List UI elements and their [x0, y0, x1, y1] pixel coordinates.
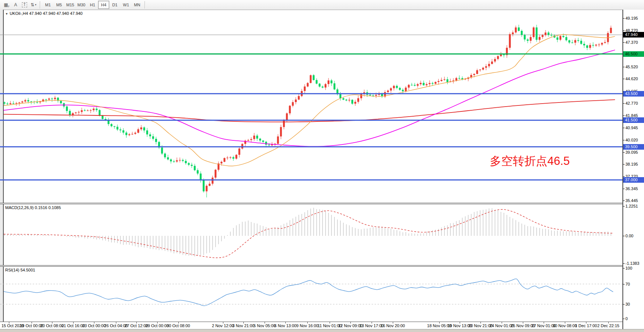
timeframe-button-m1[interactable]: M1 [42, 1, 54, 9]
price-tick-45.520: 45.520 [625, 64, 638, 69]
price-tick-36.345: 36.345 [625, 186, 638, 191]
price-tick-44.620: 44.620 [625, 76, 638, 81]
date-tick-label: 24 Nov 01:00 [489, 323, 514, 328]
rsi-panel-canvas[interactable] [0, 267, 622, 322]
price-tick-38.195: 38.195 [625, 162, 638, 167]
rsi-tick-0: 0 [625, 316, 628, 321]
price-tick-42.770: 42.770 [625, 101, 638, 106]
price-tick-40.945: 40.945 [625, 125, 638, 130]
arrange-windows-icon[interactable]: ⇅▾ [29, 1, 38, 9]
date-tick-label: 19 Oct 00:00 [20, 323, 43, 328]
ma-mid-line [4, 50, 615, 147]
macd-tick-0: 0.00 [625, 233, 633, 238]
price-level-label-41.500: 41.500 [623, 117, 644, 123]
rsi-tick-30: 30 [625, 302, 630, 307]
date-tick-label: 20 Oct 08:00 [41, 323, 64, 328]
date-tick-label: 2 Dec 22:15 [597, 323, 619, 328]
timeframe-button-d1[interactable]: D1 [109, 1, 120, 9]
date-tick-label: 6 Nov 13:00 [274, 323, 296, 328]
price-axis[interactable]: 49.19548.27047.37046.44545.52044.62043.6… [623, 10, 644, 329]
date-tick-label: 12 Nov 09:00 [338, 323, 362, 328]
macd-panel-canvas[interactable] [0, 204, 622, 265]
date-tick-label: 27 Oct 12:00 [125, 323, 148, 328]
price-level-label-39.500: 39.500 [623, 144, 644, 150]
date-tick-label: 16 Nov 20:00 [381, 323, 405, 328]
rsi-indicator-label: RSI(14) 54.5001 [5, 268, 35, 272]
text-label-icon[interactable]: A [12, 1, 20, 9]
macd-histogram [4, 208, 611, 257]
price-tick-39.095: 39.095 [625, 150, 638, 155]
timeframe-button-m30[interactable]: M30 [76, 1, 87, 9]
candles [4, 25, 612, 198]
macd-tick--1.1383: -1.1383 [625, 261, 639, 266]
macd-tick-1.2251: 1.2251 [625, 204, 638, 209]
grid-properties-icon[interactable]: ▦F [3, 1, 11, 9]
timeframe-button-h4[interactable]: H4 [98, 1, 109, 9]
date-tick-label: 30 Nov 08:00 [553, 323, 577, 328]
date-tick-label: 13 Nov 17:00 [359, 323, 384, 328]
date-axis[interactable]: 15 Oct 202019 Oct 00:0020 Oct 08:0021 Oc… [0, 322, 622, 329]
mt4-window: ▦FAT⇅▾M1M5M15M30H1H4D1W1MN ▼UKOil-,H4 47… [0, 0, 644, 332]
date-tick-label: 2 Nov 12:00 [212, 323, 234, 328]
chart-title: ▼UKOil-,H4 47.940 47.940 47.940 47.940 [5, 11, 82, 16]
date-tick-label: 20 Nov 21:00 [468, 323, 492, 328]
main-chart-canvas[interactable] [0, 10, 622, 203]
timeframe-button-h1[interactable]: H1 [87, 1, 98, 9]
date-tick-label: 23 Oct 00:00 [82, 323, 106, 328]
timeframe-button-m15[interactable]: M15 [65, 1, 76, 9]
date-tick-label: 30 Oct 08:00 [167, 323, 190, 328]
date-tick-label: 27 Nov 01:00 [531, 323, 556, 328]
rsi-tick-70: 70 [625, 281, 630, 287]
bottom-strip [0, 329, 644, 332]
price-level-label-43.500: 43.500 [623, 91, 644, 97]
date-tick-label: 21 Oct 16:00 [62, 323, 85, 328]
chart-annotation-text: 多空转折点46.5 [490, 153, 570, 169]
toolbar-separator [40, 1, 41, 9]
current-price-label: 47.940 [623, 32, 644, 38]
toolbar: ▦FAT⇅▾M1M5M15M30H1H4D1W1MN [0, 0, 644, 10]
toolbar-separator [145, 1, 145, 9]
rsi-line [4, 279, 613, 306]
timeframe-button-w1[interactable]: W1 [120, 1, 132, 9]
timeframe-button-mn[interactable]: MN [132, 1, 143, 9]
ma-slow-line [4, 100, 615, 122]
date-tick-label: 9 Nov 16:00 [296, 323, 318, 328]
timeframe-button-m5[interactable]: M5 [54, 1, 65, 9]
price-level-label-37.000: 37.000 [623, 177, 644, 183]
price-tick-40.020: 40.020 [625, 137, 638, 143]
date-tick-label: 3 Nov 21:00 [232, 323, 254, 328]
price-level-label-46.500: 46.500 [623, 51, 644, 57]
text-box-icon[interactable]: T [20, 1, 29, 9]
date-tick-label: 26 Oct 04:00 [104, 323, 128, 328]
date-tick-label: 29 Oct 00:00 [146, 323, 169, 328]
chart-title-text: UKOil-,H4 47.940 47.940 47.940 47.940 [10, 11, 82, 16]
macd-indicator-label: MACD(12,26,9) 0.1516 0.1085 [5, 205, 61, 210]
symbol-dropdown-icon[interactable]: ▼ [5, 12, 8, 16]
price-tick-35.445: 35.445 [625, 198, 638, 203]
price-tick-47.370: 47.370 [625, 40, 638, 45]
date-tick-label: 5 Nov 05:00 [253, 323, 275, 328]
date-tick-label: 1 Dec 17:00 [575, 323, 597, 328]
price-tick-49.195: 49.195 [625, 16, 638, 21]
rsi-tick-100: 100 [625, 266, 632, 271]
